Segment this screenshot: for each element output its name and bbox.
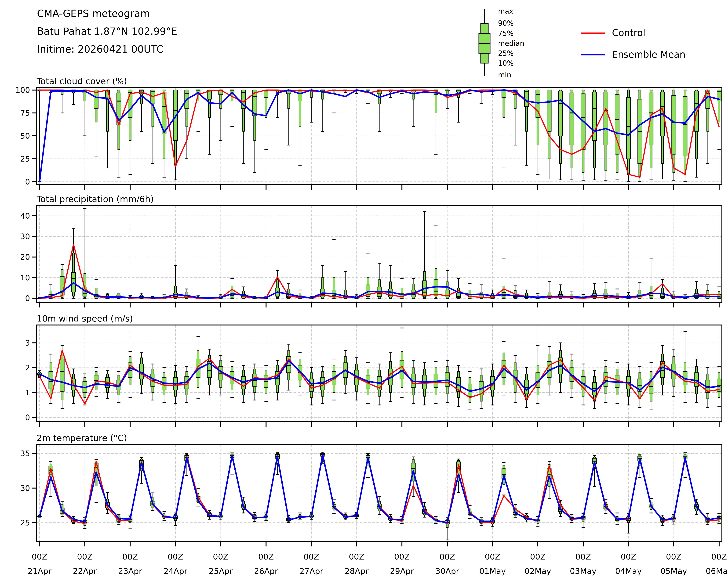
svg-text:0: 0 <box>25 294 30 303</box>
page-title: CMA-GEPS meteogram <box>37 5 150 22</box>
svg-text:22Apr: 22Apr <box>73 566 97 576</box>
panel-title-precip: Total precipitation (mm/6h) <box>37 194 154 204</box>
svg-text:00Z: 00Z <box>258 552 274 561</box>
svg-text:0: 0 <box>25 413 30 422</box>
svg-text:00Z: 00Z <box>32 552 47 561</box>
svg-text:3: 3 <box>25 338 30 347</box>
svg-text:00Z: 00Z <box>213 552 229 561</box>
inittime-subtitle: Initime: 20260421 00UTC <box>37 41 163 58</box>
svg-text:25: 25 <box>20 518 30 527</box>
svg-text:00Z: 00Z <box>530 552 546 561</box>
svg-text:26Apr: 26Apr <box>254 566 278 576</box>
svg-text:00Z: 00Z <box>77 552 93 561</box>
svg-text:00Z: 00Z <box>711 552 727 561</box>
svg-text:02May: 02May <box>524 566 551 576</box>
svg-text:40: 40 <box>20 211 30 220</box>
svg-text:00Z: 00Z <box>168 552 183 561</box>
svg-text:1: 1 <box>25 388 30 397</box>
svg-text:06May: 06May <box>706 566 728 576</box>
svg-text:0: 0 <box>25 177 30 186</box>
svg-text:00Z: 00Z <box>575 552 591 561</box>
legend-label-10: 10% <box>498 59 514 67</box>
legend-label-90: 90% <box>498 19 514 27</box>
meteogram-canvas: 0255075100010203040012325303500Z21Apr00Z… <box>0 0 728 585</box>
svg-text:100: 100 <box>15 85 30 95</box>
svg-text:00Z: 00Z <box>439 552 455 561</box>
svg-text:03May: 03May <box>570 566 597 576</box>
control-legend-line <box>581 32 605 34</box>
svg-text:35: 35 <box>20 449 30 458</box>
svg-text:04May: 04May <box>615 566 642 576</box>
svg-text:29Apr: 29Apr <box>390 566 414 576</box>
legend-label-75: 75% <box>498 29 514 37</box>
legend-label-median: median <box>498 39 524 47</box>
svg-text:00Z: 00Z <box>485 552 500 561</box>
svg-text:25Apr: 25Apr <box>209 566 233 576</box>
svg-text:00Z: 00Z <box>349 552 364 561</box>
ensemble-legend-label: Ensemble Mean <box>612 49 685 60</box>
panel-title-wind: 10m wind speed (m/s) <box>37 314 133 324</box>
legend-label-25: 25% <box>498 49 514 57</box>
svg-text:30: 30 <box>20 232 30 241</box>
panel-title-temp: 2m temperature (°C) <box>37 433 127 443</box>
legend-label-min: min <box>498 71 511 79</box>
svg-text:00Z: 00Z <box>122 552 138 561</box>
svg-text:00Z: 00Z <box>394 552 410 561</box>
svg-text:00Z: 00Z <box>666 552 682 561</box>
svg-text:23Apr: 23Apr <box>118 566 142 576</box>
legend-label-max: max <box>498 7 513 15</box>
station-subtitle: Batu Pahat 1.87°N 102.99°E <box>37 23 177 40</box>
svg-text:28Apr: 28Apr <box>345 566 369 576</box>
meteogram-page: 0255075100010203040012325303500Z21Apr00Z… <box>0 0 728 585</box>
svg-text:25: 25 <box>20 154 30 163</box>
svg-text:24Apr: 24Apr <box>163 566 188 576</box>
svg-text:00Z: 00Z <box>621 552 636 561</box>
svg-text:30: 30 <box>20 484 30 493</box>
svg-text:27Apr: 27Apr <box>300 566 323 576</box>
svg-text:20: 20 <box>20 252 30 261</box>
svg-text:21Apr: 21Apr <box>28 566 52 576</box>
svg-text:75: 75 <box>20 108 30 117</box>
svg-text:00Z: 00Z <box>304 552 319 561</box>
svg-text:2: 2 <box>25 363 30 372</box>
control-legend-label: Control <box>612 27 646 38</box>
svg-text:30Apr: 30Apr <box>435 566 459 576</box>
svg-text:01May: 01May <box>479 566 506 576</box>
ensemble-legend-line <box>581 54 605 55</box>
panel-title-cloud: Total cloud cover (%) <box>37 76 127 86</box>
svg-text:05May: 05May <box>660 566 687 576</box>
svg-text:10: 10 <box>20 273 30 282</box>
svg-text:50: 50 <box>20 131 30 140</box>
